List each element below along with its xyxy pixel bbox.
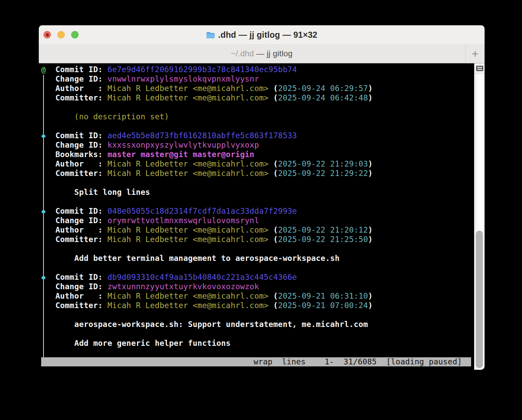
- terminal-text-segment: Change ID:: [41, 141, 108, 149]
- terminal-line: ◆ Commit ID: db9d093310c4f9aa15b40840c22…: [41, 272, 373, 282]
- terminal-text-segment: Micah R Ledbetter <me@micahrl.com>: [108, 235, 269, 244]
- minimize-button[interactable]: [57, 31, 65, 38]
- window-titlebar[interactable]: .dhd — jj gitlog — 91×32: [39, 25, 485, 44]
- terminal-line: [41, 178, 373, 187]
- terminal-text-segment: (: [268, 301, 278, 310]
- scrollbar-thumb[interactable]: [476, 231, 483, 368]
- terminal-window: .dhd — jj gitlog — 91×32 ~/.dhd — jj git…: [39, 25, 485, 370]
- terminal-text-segment: ): [368, 159, 373, 168]
- terminal-text-segment: Micah R Ledbetter <me@micahrl.com>: [108, 169, 269, 178]
- terminal-text-segment: (: [268, 169, 278, 178]
- terminal-text-segment: 048e05055c18d2314f7cdf7da1ac33dda7f2993e: [108, 207, 297, 215]
- tab-bar: ~/.dhd — jj gitlog +: [39, 44, 485, 63]
- terminal-text-segment: ): [368, 93, 373, 102]
- terminal-line: Committer: Micah R Ledbetter <me@micahrl…: [41, 301, 373, 310]
- terminal-text-segment: aerospace-workspace.sh: Support understa…: [41, 320, 368, 329]
- terminal-text-segment: Micah R Ledbetter <me@micahrl.com>: [108, 159, 269, 168]
- scrollbar-track[interactable]: [474, 63, 485, 370]
- terminal-screen[interactable]: @ Commit ID: 6e7e9d46ff2069162999b3c78c8…: [39, 63, 485, 370]
- terminal-line: ◆ Commit ID: aed4e5b5e8d73fbf6162810abff…: [41, 131, 373, 140]
- close-button[interactable]: [44, 31, 51, 38]
- terminal-text-segment: zwtxunnnzyyutxtuyrkvkovoxozowzok: [108, 282, 259, 291]
- tab-list-button[interactable]: [474, 63, 485, 73]
- terminal-line: Change ID: orymrwttvotlmnxmswqrlulovomsr…: [41, 216, 373, 225]
- terminal-text-segment: Split long lines: [41, 188, 150, 197]
- folder-icon: [206, 31, 215, 39]
- terminal-line: [41, 329, 373, 338]
- terminal-text-segment: Commit ID:: [46, 273, 108, 281]
- terminal-text-segment: ): [368, 235, 373, 244]
- terminal-text-segment: db9d093310c4f9aa15b40840c221a3c445c4366e: [108, 273, 297, 281]
- terminal-text-segment: 2025-09-24 06:29:57: [278, 84, 368, 93]
- terminal-text-segment: Author :: [41, 84, 108, 93]
- terminal-text-segment: @: [41, 65, 46, 74]
- terminal-text-segment: Committer:: [41, 235, 108, 244]
- terminal-text-segment: Author :: [41, 226, 108, 234]
- terminal-text-segment: 2025-09-21 07:00:24: [278, 301, 368, 310]
- terminal-line: [41, 263, 373, 272]
- terminal-text-segment: Add better terminal management to aerosp…: [41, 254, 340, 263]
- terminal-text-segment: Commit ID:: [46, 207, 108, 215]
- terminal-text-segment: ): [368, 292, 373, 300]
- terminal-text-segment: Committer:: [41, 169, 108, 178]
- pager-status-bar: wrap lines 1- 31/6085 [loading paused]: [41, 357, 471, 366]
- terminal-text-segment: 2025-09-22 21:20:12: [278, 226, 368, 234]
- terminal-line: Author : Micah R Ledbetter <me@micahrl.c…: [41, 291, 373, 301]
- terminal-text-segment: orymrwttvotlmnxmswqrlulovomsrynl: [108, 216, 259, 225]
- terminal-text-segment: kxxssxonpxyszylwvlytkvupplvyxoxp: [108, 141, 259, 149]
- terminal-text-segment: Committer:: [41, 93, 108, 102]
- terminal-text-segment: 2025-09-22 21:29:22: [278, 169, 368, 178]
- terminal-text-segment: ): [368, 84, 373, 93]
- terminal-line: [41, 244, 373, 253]
- terminal-text-segment: (: [268, 292, 278, 300]
- terminal-text-segment: (: [268, 226, 278, 234]
- terminal-line: Committer: Micah R Ledbetter <me@micahrl…: [41, 169, 373, 178]
- tab-terminal[interactable]: ~/.dhd — jj gitlog: [231, 49, 292, 58]
- tab-path-label: ~/.dhd: [231, 49, 254, 58]
- terminal-text-segment: (: [268, 235, 278, 244]
- terminal-text-segment: (: [268, 159, 278, 168]
- terminal-text-segment: ◆: [41, 273, 46, 281]
- terminal-line: [41, 121, 373, 131]
- terminal-text-segment: 6e7e9d46ff2069162999b3c78c841340ec95bb74: [108, 65, 297, 74]
- terminal-text-segment: Change ID:: [41, 74, 108, 83]
- terminal-line: Change ID: kxxssxonpxyszylwvlytkvupplvyx…: [41, 140, 373, 150]
- terminal-text-segment: Commit ID:: [46, 131, 108, 140]
- terminal-line: [41, 197, 373, 206]
- terminal-text-segment: ): [368, 169, 373, 178]
- window-title: .dhd — jj gitlog — 91×32: [218, 30, 317, 40]
- terminal-text-segment: 2025-09-24 06:42:48: [278, 93, 368, 102]
- terminal-line: Change ID: zwtxunnnzyyutxtuyrkvkovoxozow…: [41, 282, 373, 291]
- terminal-line: Add more generic helper functions: [41, 338, 373, 348]
- terminal-text-segment: (: [268, 84, 278, 93]
- tab-list-icon: [476, 66, 483, 71]
- terminal-text-segment: ◆: [41, 207, 46, 215]
- terminal-text-segment: Add more generic helper functions: [41, 339, 231, 348]
- tab-command-label: — jj gitlog: [254, 49, 292, 58]
- plus-icon: +: [472, 47, 478, 60]
- title-row: .dhd — jj gitlog — 91×32: [206, 30, 317, 40]
- terminal-line: ◆ Commit ID: 048e05055c18d2314f7cdf7da1a…: [41, 206, 373, 216]
- terminal-text-segment: aed4e5b5e8d73fbf6162810abffe5c863f178533: [108, 131, 297, 140]
- terminal-text-segment: Change ID:: [41, 216, 108, 225]
- terminal-text-segment: vnwwlnrwxplylsmyslokqvpnxmlyysnr: [108, 74, 259, 83]
- terminal-text-segment: (: [268, 93, 278, 102]
- terminal-line: Author : Micah R Ledbetter <me@micahrl.c…: [41, 225, 373, 235]
- terminal-text-segment: Bookmarks:: [41, 150, 108, 159]
- terminal-text-segment: 2025-09-22 21:29:03: [278, 159, 368, 168]
- terminal-text-segment: Micah R Ledbetter <me@micahrl.com>: [108, 93, 269, 102]
- terminal-line: [41, 310, 373, 320]
- terminal-text-segment: Micah R Ledbetter <me@micahrl.com>: [108, 84, 269, 93]
- terminal-text-segment: Micah R Ledbetter <me@micahrl.com>: [108, 301, 269, 310]
- terminal-text-segment: Commit ID:: [46, 65, 108, 74]
- terminal-lines: @ Commit ID: 6e7e9d46ff2069162999b3c78c8…: [41, 65, 373, 348]
- traffic-lights: [44, 31, 79, 38]
- terminal-text-segment: Micah R Ledbetter <me@micahrl.com>: [108, 226, 269, 234]
- terminal-line: Author : Micah R Ledbetter <me@micahrl.c…: [41, 159, 373, 169]
- terminal-line: Bookmarks: master master@git master@orig…: [41, 150, 373, 159]
- terminal-line: @ Commit ID: 6e7e9d46ff2069162999b3c78c8…: [41, 65, 373, 74]
- terminal-line: Committer: Micah R Ledbetter <me@micahrl…: [41, 235, 373, 244]
- zoom-button[interactable]: [71, 31, 79, 38]
- terminal-text-segment: ): [368, 301, 373, 310]
- new-tab-button[interactable]: +: [465, 44, 485, 63]
